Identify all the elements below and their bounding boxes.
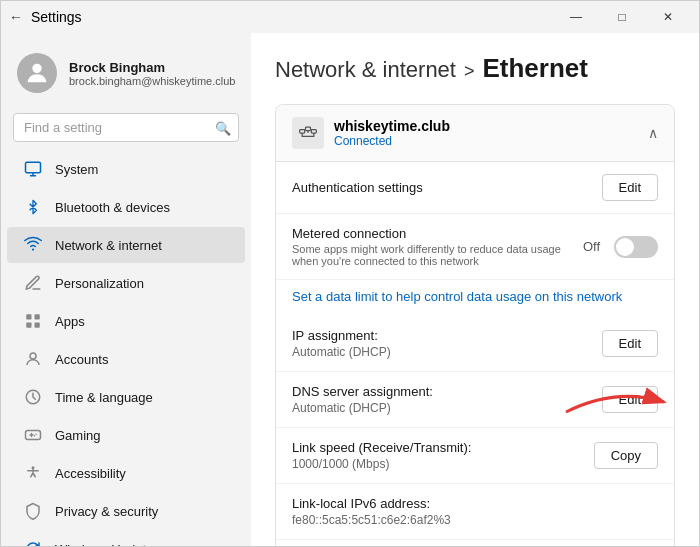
breadcrumb-chevron: > (464, 61, 475, 82)
maximize-button[interactable]: □ (599, 1, 645, 33)
titlebar-controls: — □ ✕ (553, 1, 691, 33)
back-icon[interactable]: ← (9, 9, 23, 25)
svg-point-11 (34, 435, 36, 437)
minimize-button[interactable]: — (553, 1, 599, 33)
titlebar-left: ← Settings (9, 9, 82, 25)
svg-point-10 (35, 434, 37, 436)
sidebar-item-accounts-label: Accounts (55, 352, 108, 367)
metered-desc: Some apps might work differently to redu… (292, 243, 583, 267)
profile-info: Brock Bingham brock.bingham@whiskeytime.… (69, 60, 235, 87)
profile-email: brock.bingham@whiskeytime.club (69, 75, 235, 87)
sidebar-item-system-label: System (55, 162, 98, 177)
sidebar-item-privacy-label: Privacy & security (55, 504, 158, 519)
site-name: whiskeytime.club (334, 118, 450, 134)
main-content: Network & internet > Ethernet whiskeytim… (251, 33, 699, 546)
svg-rect-13 (300, 130, 305, 133)
svg-rect-6 (35, 323, 40, 328)
content-area: Brock Bingham brock.bingham@whiskeytime.… (1, 33, 699, 546)
sidebar-item-network[interactable]: Network & internet (7, 227, 245, 263)
sidebar-item-personalization-label: Personalization (55, 276, 144, 291)
svg-point-0 (32, 64, 41, 73)
metered-label: Metered connection (292, 226, 583, 241)
metered-row: Metered connection Some apps might work … (276, 214, 674, 280)
ipv6-label: Link-local IPv6 address: (292, 496, 451, 511)
connected-status: Connected (334, 134, 450, 148)
page-header: Network & internet > Ethernet (275, 53, 675, 84)
link-speed-info: Link speed (Receive/Transmit): 1000/1000… (292, 440, 471, 471)
dns-edit-button[interactable]: Edit (602, 386, 658, 413)
update-icon (23, 539, 43, 546)
card-header-info: whiskeytime.club Connected (292, 117, 450, 149)
svg-rect-14 (311, 130, 316, 133)
sidebar-item-bluetooth[interactable]: Bluetooth & devices (7, 189, 245, 225)
accounts-icon (23, 349, 43, 369)
sidebar-item-personalization[interactable]: Personalization (7, 265, 245, 301)
dns-label: DNS server assignment: (292, 384, 433, 399)
sidebar-item-system[interactable]: System (7, 151, 245, 187)
sidebar-item-accounts[interactable]: Accounts (7, 341, 245, 377)
sidebar-item-time-label: Time & language (55, 390, 153, 405)
auth-setting-label: Authentication settings (292, 180, 423, 195)
sidebar-item-bluetooth-label: Bluetooth & devices (55, 200, 170, 215)
auth-label: Authentication settings (292, 180, 423, 195)
collapse-icon[interactable]: ∧ (648, 125, 658, 141)
sidebar-item-accessibility[interactable]: Accessibility (7, 455, 245, 491)
link-speed-row: Link speed (Receive/Transmit): 1000/1000… (276, 428, 674, 484)
sidebar-item-privacy[interactable]: Privacy & security (7, 493, 245, 529)
sidebar-item-update-label: Windows Update (55, 542, 153, 547)
breadcrumb-parent[interactable]: Network & internet (275, 57, 456, 83)
search-input[interactable] (13, 113, 239, 142)
breadcrumb-current: Ethernet (482, 53, 587, 84)
close-button[interactable]: ✕ (645, 1, 691, 33)
link-speed-value: 1000/1000 (Mbps) (292, 457, 471, 471)
settings-window: ← Settings — □ ✕ Brock Bingham brock.bin… (0, 0, 700, 547)
sidebar-item-gaming[interactable]: Gaming (7, 417, 245, 453)
sidebar-item-apps[interactable]: Apps (7, 303, 245, 339)
svg-rect-15 (306, 127, 311, 130)
toggle-knob (616, 238, 634, 256)
sidebar-item-gaming-label: Gaming (55, 428, 101, 443)
ip-value: Automatic (DHCP) (292, 345, 391, 359)
svg-rect-4 (35, 314, 40, 319)
bluetooth-icon (23, 197, 43, 217)
card-header: whiskeytime.club Connected ∧ (276, 105, 674, 162)
sidebar-item-network-label: Network & internet (55, 238, 162, 253)
metered-toggle-label: Off (583, 239, 600, 254)
sidebar: Brock Bingham brock.bingham@whiskeytime.… (1, 33, 251, 546)
network-icon (23, 235, 43, 255)
svg-rect-1 (26, 162, 41, 173)
ip-label: IP assignment: (292, 328, 391, 343)
sidebar-profile: Brock Bingham brock.bingham@whiskeytime.… (1, 41, 251, 105)
dns-row: DNS server assignment: Automatic (DHCP) … (276, 372, 674, 428)
card-title-block: whiskeytime.club Connected (334, 118, 450, 148)
gaming-icon (23, 425, 43, 445)
ipv4-row: IPv4 address: (276, 540, 674, 546)
svg-point-7 (30, 353, 36, 359)
auth-settings-row: Authentication settings Edit (276, 162, 674, 214)
sidebar-item-accessibility-label: Accessibility (55, 466, 126, 481)
system-icon (23, 159, 43, 179)
ethernet-icon (292, 117, 324, 149)
link-speed-label: Link speed (Receive/Transmit): (292, 440, 471, 455)
svg-point-2 (32, 248, 34, 250)
titlebar-title: Settings (31, 9, 82, 25)
svg-rect-5 (26, 323, 31, 328)
metered-toggle-group: Off (583, 236, 658, 258)
ip-edit-button[interactable]: Edit (602, 330, 658, 357)
ip-row: IP assignment: Automatic (DHCP) Edit (276, 316, 674, 372)
sidebar-item-apps-label: Apps (55, 314, 85, 329)
search-icon: 🔍 (215, 120, 231, 135)
network-card: whiskeytime.club Connected ∧ Authenticat… (275, 104, 675, 546)
data-link-row: Set a data limit to help control data us… (276, 280, 674, 316)
auth-edit-button[interactable]: Edit (602, 174, 658, 201)
card-body: Authentication settings Edit Metered con… (276, 162, 674, 546)
apps-icon (23, 311, 43, 331)
privacy-icon (23, 501, 43, 521)
data-limit-link[interactable]: Set a data limit to help control data us… (292, 289, 622, 304)
sidebar-item-update[interactable]: Windows Update (7, 531, 245, 546)
copy-button[interactable]: Copy (594, 442, 658, 469)
sidebar-item-time[interactable]: Time & language (7, 379, 245, 415)
avatar-icon (17, 53, 57, 93)
metered-toggle[interactable] (614, 236, 658, 258)
ipv6-value: fe80::5ca5:5c51:c6e2:6af2%3 (292, 513, 451, 527)
